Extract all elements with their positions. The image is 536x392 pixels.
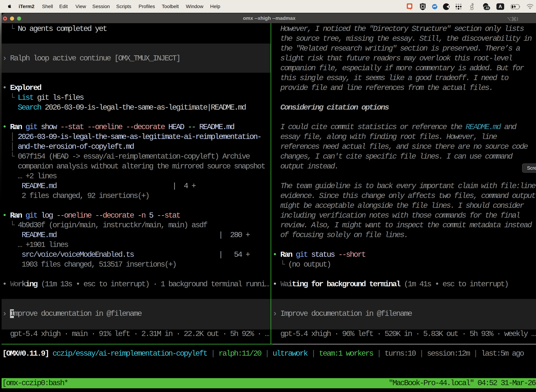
svg-text:..61: ..61 xyxy=(484,6,489,10)
svg-text:1: 1 xyxy=(516,17,518,21)
